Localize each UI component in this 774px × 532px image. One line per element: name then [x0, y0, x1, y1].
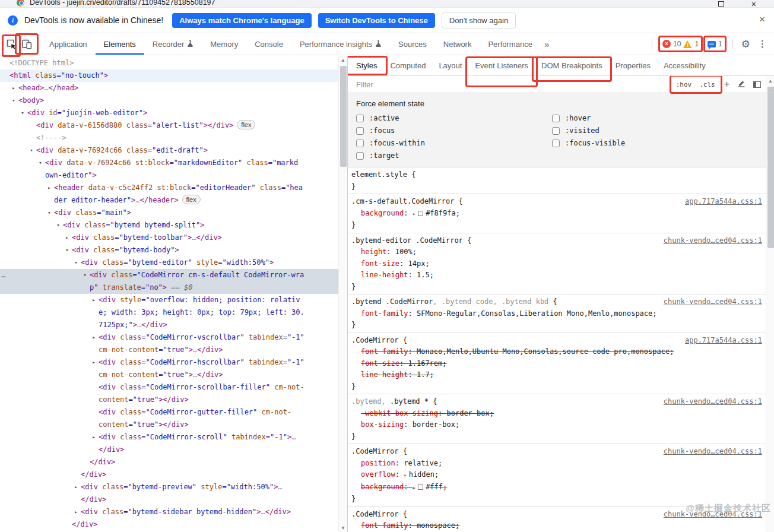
stylesheet-link[interactable]: app.717a544a.css:1 [685, 335, 762, 347]
checkbox[interactable] [552, 115, 560, 122]
force-state--hover[interactable]: :hover [552, 114, 769, 122]
settings-gear-icon[interactable]: ⚙ [741, 39, 750, 49]
dom-tree-row[interactable]: ▾<div class="bytemd-editor" style="width… [0, 256, 338, 269]
force-state--target[interactable]: :target [356, 151, 552, 160]
css-property[interactable]: font-family: Monaco,Menlo,Ubuntu Mono,Co… [351, 346, 762, 358]
css-property[interactable]: line-height: 1.5; [351, 270, 762, 281]
dom-tree-row[interactable]: ▸<header data-v-c5c24ff2 st:block="edito… [0, 182, 338, 207]
sidebar-tab-properties[interactable]: Properties [609, 56, 657, 75]
tab-performance-insights[interactable]: Performance insights [291, 33, 390, 55]
expand-arrow-icon[interactable]: ▸ [91, 431, 97, 444]
css-property[interactable]: font-size: 1.167rem; [351, 358, 762, 370]
always-match-language-button[interactable]: Always match Chrome's language [172, 13, 311, 28]
scroll-down-icon[interactable]: ▼ [339, 525, 347, 531]
scrollbar-thumb[interactable] [767, 87, 774, 248]
checkbox[interactable] [356, 115, 364, 122]
css-property[interactable]: -webkit-box-sizing: border-box; [351, 408, 762, 420]
dom-tree-row[interactable]: <html class="no-touch"> [0, 69, 338, 82]
dom-tree-row[interactable]: ▾<div class="bytemd-body"> [0, 244, 338, 256]
checkbox[interactable] [356, 127, 364, 135]
issues-badge[interactable]: 1 [706, 39, 724, 49]
expand-arrow-icon[interactable]: ▸ [46, 182, 52, 194]
collapse-arrow-icon[interactable]: ▾ [82, 269, 88, 281]
css-property[interactable]: height: 100%; [351, 246, 762, 258]
stylesheet-link[interactable]: chunk-vendo…ced04.css:1 [664, 235, 762, 247]
collapse-arrow-icon[interactable]: ▾ [55, 219, 61, 232]
dom-tree-row[interactable]: <div data-v-6156d880 class="alert-list">… [0, 119, 338, 132]
css-property[interactable]: font-family: SFMono-Regular,Consolas,Lib… [351, 308, 762, 320]
switch-devtools-chinese-button[interactable]: Switch DevTools to Chinese [318, 13, 435, 28]
css-selector[interactable]: element.style [351, 170, 407, 179]
force-state--focus[interactable]: :focus [356, 126, 552, 135]
tab-network[interactable]: Network [435, 33, 480, 55]
collapse-arrow-icon[interactable]: ▾ [64, 244, 70, 256]
collapse-arrow-icon[interactable]: ▾ [73, 256, 79, 269]
sidebar-tab-layout[interactable]: Layout [432, 56, 468, 75]
dom-tree-row[interactable]: ▸<div class="CodeMirror-hscrollbar" tabi… [0, 356, 338, 381]
css-selector[interactable]: .bytemd .CodeMirror [351, 297, 433, 306]
tab-sources[interactable]: Sources [390, 33, 435, 55]
css-property[interactable]: overflow: ▸hidden; [351, 469, 762, 482]
dom-tree-row[interactable]: ▸<div class="CodeMirror-scroll" tabindex… [0, 431, 338, 456]
sidebar-tab-dom-breakpoints[interactable]: DOM Breakpoints [535, 56, 609, 75]
node-menu-icon[interactable]: … [1, 269, 6, 281]
sidebar-tab-computed[interactable]: Computed [383, 56, 432, 75]
expand-value-icon[interactable]: ▸ [413, 211, 415, 217]
style-editor-icon[interactable] [737, 79, 746, 90]
expand-arrow-icon[interactable]: ▸ [91, 331, 97, 344]
css-selector[interactable]: , .bytemd code, .bytemd kbd [433, 297, 548, 306]
force-state--focus-visible[interactable]: :focus-visible [552, 139, 769, 147]
elements-scrollbar[interactable]: ▲ ▼ [338, 56, 347, 532]
dom-tree-row[interactable]: <!----> [0, 132, 338, 144]
collapse-arrow-icon[interactable]: ▾ [37, 157, 43, 169]
expand-value-icon[interactable]: ▸ [404, 472, 407, 478]
new-style-rule-icon[interactable]: + [724, 80, 729, 88]
css-property[interactable]: background: ▸#fff; [351, 482, 762, 494]
flex-badge[interactable]: flex [182, 195, 201, 204]
tab-performance[interactable]: Performance [480, 33, 540, 55]
collapse-arrow-icon[interactable]: ▾ [46, 207, 52, 219]
tab-console[interactable]: Console [246, 33, 291, 55]
css-selector[interactable]: .bytemd * [386, 397, 429, 406]
dom-tree-row[interactable]: ▾<div data-v-76924c66 st:block="markdown… [0, 157, 338, 182]
css-selector[interactable]: .bytemd-editor .CodeMirror [351, 236, 463, 245]
stylesheet-link[interactable]: app.717a544a.css:1 [685, 196, 762, 208]
toggle-cls-button[interactable]: .cls [699, 81, 715, 88]
dom-tree-row[interactable]: <div class="CodeMirror-gutter-filler" cm… [0, 406, 338, 431]
infobar-close-icon[interactable]: × [759, 14, 765, 24]
collapse-arrow-icon[interactable]: ▾ [11, 94, 17, 107]
force-state--focus-within[interactable]: :focus-within [356, 139, 552, 147]
css-property[interactable]: font-size: 14px; [351, 258, 762, 270]
tab-memory[interactable]: Memory [202, 33, 246, 55]
css-selector[interactable]: .CodeMirror [351, 447, 398, 455]
dom-tree-row[interactable]: </div> [0, 518, 338, 531]
toggle-hov-button[interactable]: :hov [676, 81, 692, 88]
styles-scrollbar[interactable]: ▲ [766, 76, 774, 532]
dom-tree-row[interactable]: ▾<div data-v-76924c66 class="edit-draft"… [0, 144, 338, 157]
sidebar-tab-styles[interactable]: Styles [350, 56, 383, 75]
checkbox[interactable] [356, 152, 364, 160]
dom-tree-row[interactable]: ▾<body> [0, 94, 338, 107]
console-errors-badge[interactable]: × 10 1 [661, 39, 700, 49]
stylesheet-link[interactable]: chunk-vendo…ced04.css:1 [664, 396, 762, 408]
dont-show-again-button[interactable]: Don't show again [442, 12, 516, 28]
color-swatch[interactable] [418, 211, 423, 216]
checkbox[interactable] [552, 127, 560, 135]
stylesheet-link[interactable]: chunk-vendo…ced04.css:1 [664, 446, 762, 458]
css-property[interactable]: line-height: 1.7; [351, 369, 762, 381]
dom-tree-row[interactable]: </div> [0, 456, 338, 468]
scroll-up-icon[interactable]: ▲ [339, 58, 347, 63]
tab-application[interactable]: Application [41, 33, 96, 55]
sidebar-tab-accessibility[interactable]: Accessibility [657, 56, 712, 75]
dom-tree-row[interactable]: <!DOCTYPE html> [0, 57, 338, 69]
more-tabs-icon[interactable]: » [541, 39, 553, 49]
dom-tree-row[interactable]: ▾<div class="bytemd bytemd-split"> [0, 219, 338, 232]
window-close-button[interactable]: × [751, 1, 756, 7]
expand-value-icon[interactable]: ▸ [413, 484, 415, 490]
toggle-sidebar-icon[interactable] [753, 81, 761, 88]
dom-tree-row[interactable]: ▸<div class="bytemd-preview" style="widt… [0, 481, 338, 506]
force-state--active[interactable]: :active [356, 114, 552, 122]
css-selector[interactable]: .bytemd, [351, 397, 386, 406]
expand-arrow-icon[interactable]: ▸ [91, 294, 97, 306]
expand-arrow-icon[interactable]: ▸ [91, 356, 97, 369]
